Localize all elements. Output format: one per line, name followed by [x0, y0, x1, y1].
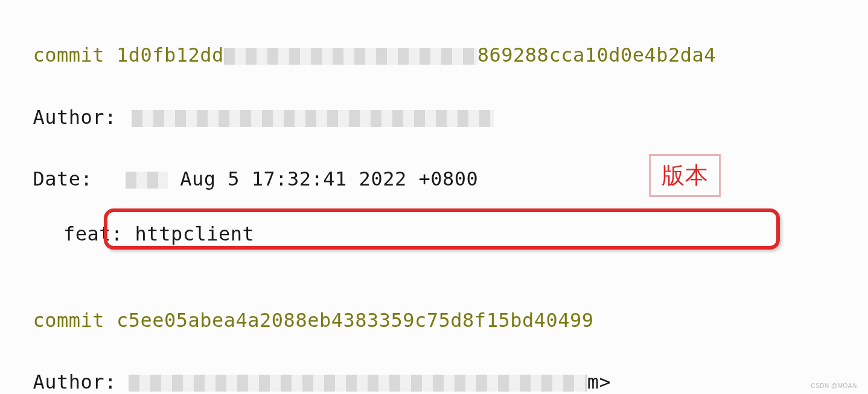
watermark: CSDN @MOAN. — [811, 381, 859, 391]
highlight-box-icon — [104, 208, 780, 250]
commit-line-1: commit 1d0fb12dd869288cca10d0e4b2da4 — [9, 9, 859, 71]
date-line-1: Date: Aug 5 17:32:41 2022 +0800 — [9, 133, 859, 195]
date-value-1: Aug 5 17:32:41 2022 +0800 — [168, 167, 478, 190]
commit-line-2: commit c5ee05abea4a2088eb4383359c75d8f15… — [9, 274, 859, 335]
annotation-label: 版本 — [649, 154, 721, 197]
author-line-1: Author: — [9, 71, 859, 132]
commit-label-1: commit — [33, 44, 116, 66]
commit-label-2: commit — [33, 309, 116, 332]
redacted-author-icon — [132, 110, 494, 127]
date-label-1: Date: — [33, 167, 93, 190]
redacted-date-icon — [126, 172, 168, 189]
redacted-author-icon — [129, 375, 587, 392]
commit-hash-2: c5ee05abea4a2088eb4383359c75d8f15bd40499 — [116, 309, 594, 332]
author-label-2: Author: — [33, 370, 129, 393]
redacted-hash-icon — [224, 48, 477, 65]
author-line-2: Author: m> — [9, 336, 859, 394]
commit-hash-1b: 869288cca10d0e4b2da4 — [477, 44, 716, 66]
commit-hash-1a: 1d0fb12dd — [116, 44, 224, 66]
author-label-1: Author: — [33, 106, 129, 129]
author-suffix-2: m> — [587, 370, 611, 393]
